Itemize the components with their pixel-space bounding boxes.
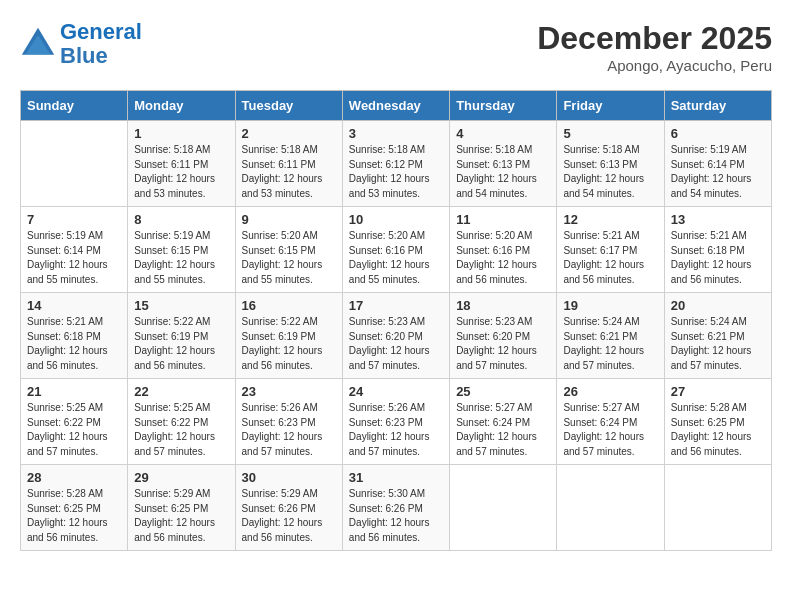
day-cell: 9Sunrise: 5:20 AMSunset: 6:15 PMDaylight… <box>235 207 342 293</box>
day-number: 20 <box>671 298 765 313</box>
day-cell: 12Sunrise: 5:21 AMSunset: 6:17 PMDayligh… <box>557 207 664 293</box>
month-title: December 2025 <box>537 20 772 57</box>
day-cell: 15Sunrise: 5:22 AMSunset: 6:19 PMDayligh… <box>128 293 235 379</box>
day-cell: 16Sunrise: 5:22 AMSunset: 6:19 PMDayligh… <box>235 293 342 379</box>
day-cell: 6Sunrise: 5:19 AMSunset: 6:14 PMDaylight… <box>664 121 771 207</box>
day-info: Sunrise: 5:26 AMSunset: 6:23 PMDaylight:… <box>349 401 443 459</box>
day-cell: 5Sunrise: 5:18 AMSunset: 6:13 PMDaylight… <box>557 121 664 207</box>
day-cell: 18Sunrise: 5:23 AMSunset: 6:20 PMDayligh… <box>450 293 557 379</box>
day-number: 26 <box>563 384 657 399</box>
day-info: Sunrise: 5:18 AMSunset: 6:12 PMDaylight:… <box>349 143 443 201</box>
day-number: 19 <box>563 298 657 313</box>
day-number: 9 <box>242 212 336 227</box>
day-info: Sunrise: 5:29 AMSunset: 6:26 PMDaylight:… <box>242 487 336 545</box>
day-cell: 21Sunrise: 5:25 AMSunset: 6:22 PMDayligh… <box>21 379 128 465</box>
day-number: 5 <box>563 126 657 141</box>
day-info: Sunrise: 5:28 AMSunset: 6:25 PMDaylight:… <box>27 487 121 545</box>
day-number: 23 <box>242 384 336 399</box>
day-info: Sunrise: 5:19 AMSunset: 6:15 PMDaylight:… <box>134 229 228 287</box>
day-number: 3 <box>349 126 443 141</box>
calendar-table: SundayMondayTuesdayWednesdayThursdayFrid… <box>20 90 772 551</box>
day-info: Sunrise: 5:24 AMSunset: 6:21 PMDaylight:… <box>563 315 657 373</box>
day-number: 4 <box>456 126 550 141</box>
day-info: Sunrise: 5:27 AMSunset: 6:24 PMDaylight:… <box>563 401 657 459</box>
day-cell <box>450 465 557 551</box>
day-cell: 23Sunrise: 5:26 AMSunset: 6:23 PMDayligh… <box>235 379 342 465</box>
day-number: 28 <box>27 470 121 485</box>
day-number: 14 <box>27 298 121 313</box>
day-number: 12 <box>563 212 657 227</box>
day-info: Sunrise: 5:18 AMSunset: 6:11 PMDaylight:… <box>242 143 336 201</box>
day-cell: 27Sunrise: 5:28 AMSunset: 6:25 PMDayligh… <box>664 379 771 465</box>
day-info: Sunrise: 5:22 AMSunset: 6:19 PMDaylight:… <box>134 315 228 373</box>
day-info: Sunrise: 5:30 AMSunset: 6:26 PMDaylight:… <box>349 487 443 545</box>
day-info: Sunrise: 5:29 AMSunset: 6:25 PMDaylight:… <box>134 487 228 545</box>
day-cell: 22Sunrise: 5:25 AMSunset: 6:22 PMDayligh… <box>128 379 235 465</box>
day-cell: 11Sunrise: 5:20 AMSunset: 6:16 PMDayligh… <box>450 207 557 293</box>
location: Apongo, Ayacucho, Peru <box>537 57 772 74</box>
header-day-sunday: Sunday <box>21 91 128 121</box>
day-info: Sunrise: 5:21 AMSunset: 6:17 PMDaylight:… <box>563 229 657 287</box>
day-number: 18 <box>456 298 550 313</box>
day-number: 2 <box>242 126 336 141</box>
day-number: 30 <box>242 470 336 485</box>
day-cell: 8Sunrise: 5:19 AMSunset: 6:15 PMDaylight… <box>128 207 235 293</box>
day-number: 24 <box>349 384 443 399</box>
header-day-tuesday: Tuesday <box>235 91 342 121</box>
day-number: 29 <box>134 470 228 485</box>
day-cell: 19Sunrise: 5:24 AMSunset: 6:21 PMDayligh… <box>557 293 664 379</box>
day-number: 10 <box>349 212 443 227</box>
header-day-friday: Friday <box>557 91 664 121</box>
day-cell <box>557 465 664 551</box>
week-row-1: 1Sunrise: 5:18 AMSunset: 6:11 PMDaylight… <box>21 121 772 207</box>
day-number: 11 <box>456 212 550 227</box>
day-cell: 3Sunrise: 5:18 AMSunset: 6:12 PMDaylight… <box>342 121 449 207</box>
logo-icon <box>20 26 56 62</box>
day-number: 16 <box>242 298 336 313</box>
day-number: 31 <box>349 470 443 485</box>
header-day-saturday: Saturday <box>664 91 771 121</box>
day-info: Sunrise: 5:23 AMSunset: 6:20 PMDaylight:… <box>456 315 550 373</box>
day-cell <box>21 121 128 207</box>
day-cell: 14Sunrise: 5:21 AMSunset: 6:18 PMDayligh… <box>21 293 128 379</box>
day-info: Sunrise: 5:20 AMSunset: 6:16 PMDaylight:… <box>456 229 550 287</box>
day-info: Sunrise: 5:19 AMSunset: 6:14 PMDaylight:… <box>27 229 121 287</box>
logo-text: General Blue <box>60 20 142 68</box>
day-cell: 25Sunrise: 5:27 AMSunset: 6:24 PMDayligh… <box>450 379 557 465</box>
day-number: 21 <box>27 384 121 399</box>
header-day-wednesday: Wednesday <box>342 91 449 121</box>
day-cell <box>664 465 771 551</box>
day-cell: 20Sunrise: 5:24 AMSunset: 6:21 PMDayligh… <box>664 293 771 379</box>
week-row-5: 28Sunrise: 5:28 AMSunset: 6:25 PMDayligh… <box>21 465 772 551</box>
day-cell: 31Sunrise: 5:30 AMSunset: 6:26 PMDayligh… <box>342 465 449 551</box>
day-cell: 4Sunrise: 5:18 AMSunset: 6:13 PMDaylight… <box>450 121 557 207</box>
day-number: 25 <box>456 384 550 399</box>
title-block: December 2025 Apongo, Ayacucho, Peru <box>537 20 772 74</box>
day-info: Sunrise: 5:18 AMSunset: 6:13 PMDaylight:… <box>563 143 657 201</box>
day-info: Sunrise: 5:25 AMSunset: 6:22 PMDaylight:… <box>27 401 121 459</box>
day-cell: 26Sunrise: 5:27 AMSunset: 6:24 PMDayligh… <box>557 379 664 465</box>
day-number: 8 <box>134 212 228 227</box>
day-number: 6 <box>671 126 765 141</box>
day-info: Sunrise: 5:25 AMSunset: 6:22 PMDaylight:… <box>134 401 228 459</box>
day-cell: 24Sunrise: 5:26 AMSunset: 6:23 PMDayligh… <box>342 379 449 465</box>
day-cell: 13Sunrise: 5:21 AMSunset: 6:18 PMDayligh… <box>664 207 771 293</box>
week-row-3: 14Sunrise: 5:21 AMSunset: 6:18 PMDayligh… <box>21 293 772 379</box>
day-cell: 28Sunrise: 5:28 AMSunset: 6:25 PMDayligh… <box>21 465 128 551</box>
day-cell: 10Sunrise: 5:20 AMSunset: 6:16 PMDayligh… <box>342 207 449 293</box>
day-number: 7 <box>27 212 121 227</box>
day-info: Sunrise: 5:19 AMSunset: 6:14 PMDaylight:… <box>671 143 765 201</box>
page-header: General Blue December 2025 Apongo, Ayacu… <box>20 20 772 74</box>
header-day-thursday: Thursday <box>450 91 557 121</box>
day-info: Sunrise: 5:23 AMSunset: 6:20 PMDaylight:… <box>349 315 443 373</box>
day-cell: 29Sunrise: 5:29 AMSunset: 6:25 PMDayligh… <box>128 465 235 551</box>
day-info: Sunrise: 5:20 AMSunset: 6:16 PMDaylight:… <box>349 229 443 287</box>
day-info: Sunrise: 5:18 AMSunset: 6:11 PMDaylight:… <box>134 143 228 201</box>
day-cell: 30Sunrise: 5:29 AMSunset: 6:26 PMDayligh… <box>235 465 342 551</box>
day-number: 15 <box>134 298 228 313</box>
day-info: Sunrise: 5:22 AMSunset: 6:19 PMDaylight:… <box>242 315 336 373</box>
header-day-monday: Monday <box>128 91 235 121</box>
day-number: 22 <box>134 384 228 399</box>
day-info: Sunrise: 5:24 AMSunset: 6:21 PMDaylight:… <box>671 315 765 373</box>
day-number: 17 <box>349 298 443 313</box>
